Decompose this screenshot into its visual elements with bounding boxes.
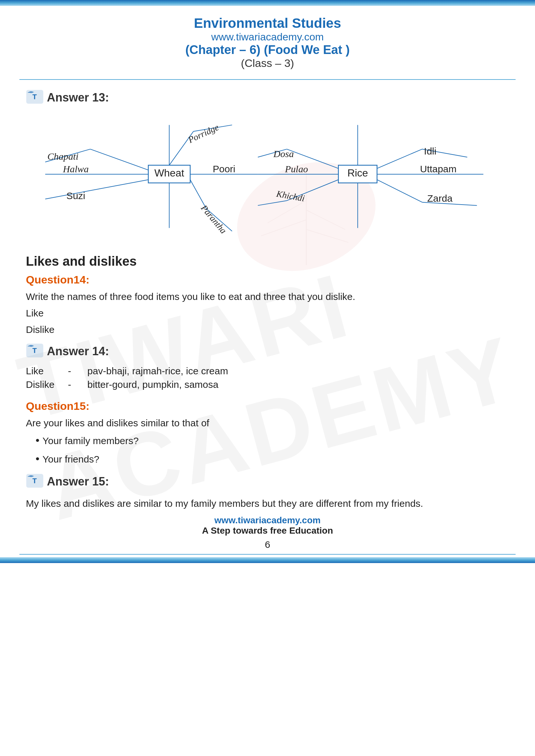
text-zarda: Zarda xyxy=(427,193,453,203)
answer14-dislike-value: bitter-gourd, pumpkin, samosa xyxy=(87,379,218,390)
answer15-heading: T Answer 15: xyxy=(26,473,509,489)
header-class: (Class – 3) xyxy=(7,57,528,69)
answer14-dislike-row: Dislike - bitter-gourd, pumpkin, samosa xyxy=(26,379,509,390)
question14-label: Question14: xyxy=(26,273,509,286)
answer13-title: Answer 13: xyxy=(47,91,109,104)
answer14-dislike-dash: - xyxy=(68,379,87,390)
svg-text:T: T xyxy=(32,477,37,485)
answer14-like-dash: - xyxy=(68,365,87,377)
line-parantha xyxy=(190,180,206,209)
rice-label: Rice xyxy=(348,167,368,179)
question15-label: Question15: xyxy=(26,400,509,413)
answer14-dislike-label: Dislike xyxy=(26,379,68,390)
text-idli: Idli xyxy=(424,146,436,156)
text-khichdi: Khichdi xyxy=(275,188,305,203)
answer14-title: Answer 14: xyxy=(47,344,109,358)
diagram-container: Wheat Rice Chapati Halwa Su xyxy=(26,112,509,241)
tiwari-logo-icon-2: T xyxy=(26,343,44,359)
line-idli xyxy=(377,149,422,168)
text-suzi: Suzi xyxy=(66,190,85,201)
question15-list: Your family members? Your friends? xyxy=(26,432,509,467)
footer-content: www.tiwariacademy.com A Step towards fre… xyxy=(0,509,535,556)
tiwari-logo-icon: T xyxy=(26,90,44,105)
text-poori: Poori xyxy=(213,164,236,174)
text-porridge: Porridge xyxy=(186,122,220,145)
footer: www.tiwariacademy.com A Step towards fre… xyxy=(0,551,535,566)
answer14-like-label: Like xyxy=(26,365,68,377)
subject-title: Environmental Studies xyxy=(7,15,528,31)
text-dosa: Dosa xyxy=(273,148,294,159)
answer15-title: Answer 15: xyxy=(47,475,109,488)
answer13-heading: T Answer 13: xyxy=(26,90,509,105)
diagram-svg: Wheat Rice Chapati Halwa Su xyxy=(26,112,509,241)
text-halwa: Halwa xyxy=(63,164,89,174)
header-chapter: (Chapter – 6) (Food We Eat ) xyxy=(7,43,528,57)
line-khichdi2 xyxy=(258,201,287,205)
line-zarda xyxy=(377,180,422,202)
question15-text: Are your likes and dislikes similar to t… xyxy=(26,416,509,430)
answer14-heading: T Answer 14: xyxy=(26,343,509,359)
svg-text:T: T xyxy=(32,346,37,355)
question14-block: Question14: Write the names of three foo… xyxy=(26,273,509,337)
line-suzi xyxy=(45,180,149,199)
svg-text:T: T xyxy=(32,93,37,101)
text-chapati: Chapati xyxy=(47,151,78,162)
question14-text: Write the names of three food items you … xyxy=(26,289,509,304)
text-uttapam: Uttapam xyxy=(420,164,456,174)
text-pulao: Pulao xyxy=(285,164,308,174)
page-header: Environmental Studies www.tiwariacademy.… xyxy=(0,6,535,76)
question14-dislike: Dislike xyxy=(26,322,509,337)
answer14-like-value: pav-bhaji, rajmah-rice, ice cream xyxy=(87,365,228,377)
text-parantha: Parantha xyxy=(199,202,229,235)
question15-bullet1: Your family members? xyxy=(36,432,509,448)
question15-block: Question15: Are your likes and dislikes … xyxy=(26,400,509,467)
question14-like: Like xyxy=(26,306,509,320)
tiwari-logo-icon-3: T xyxy=(26,473,44,489)
question15-bullet2: Your friends? xyxy=(36,450,509,467)
header-divider xyxy=(19,79,516,80)
answer15-block: T Answer 15: My likes and dislikes are s… xyxy=(26,473,509,511)
footer-tagline: A Step towards free Education xyxy=(7,526,528,536)
line-chapati xyxy=(90,149,148,170)
top-gradient-bar xyxy=(0,0,535,6)
answer14-block: T Answer 14: Like - pav-bhaji, rajmah-ri… xyxy=(26,343,509,390)
header-website: www.tiwariacademy.com xyxy=(7,31,528,43)
wheat-label: Wheat xyxy=(154,167,184,179)
main-content: T Answer 13: Wheat Rice xyxy=(0,83,535,527)
bottom-gradient-bar xyxy=(0,557,535,563)
answer14-like-row: Like - pav-bhaji, rajmah-rice, ice cream xyxy=(26,365,509,377)
footer-website: www.tiwariacademy.com xyxy=(7,515,528,526)
likes-dislikes-title: Likes and dislikes xyxy=(26,254,509,269)
footer-page: 6 xyxy=(7,539,528,550)
